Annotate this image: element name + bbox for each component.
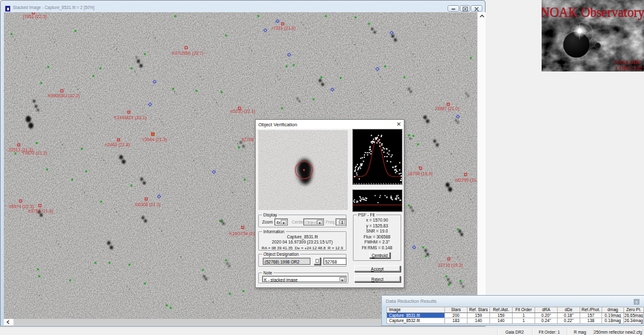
- svg-text:NOAK Observatory: NOAK Observatory: [542, 5, 644, 20]
- svg-text:CODE: L02: CODE: L02: [616, 66, 642, 72]
- svg-text:e3784 (21.6): e3784 (21.6): [28, 209, 53, 214]
- svg-text:33716 (19.3): 33716 (19.3): [438, 263, 463, 268]
- svg-text:18798 (19.9): 18798 (19.9): [408, 171, 433, 177]
- svg-text:J3987 (21.0): J3987 (21.0): [435, 106, 459, 111]
- svg-text:n2462 (22.8): n2462 (22.8): [105, 142, 130, 148]
- svg-text:K14SM2X (23.1): K14SM2X (23.1): [114, 115, 146, 120]
- svg-text:M2299 (21.0): M2299 (21.0): [455, 178, 477, 183]
- svg-text:Y3644 (21.3): Y3644 (21.3): [142, 137, 167, 142]
- svg-text:K09DE8U (22.2): K09DE8U (22.2): [48, 93, 80, 99]
- svg-text:r7331 (21.5): r7331 (21.5): [272, 26, 296, 31]
- svg-text:K07U95S (23.7): K07U95S (23.7): [172, 51, 204, 56]
- svg-text:j7851 (22.3): j7851 (22.3): [23, 14, 46, 19]
- svg-text:NASA-MPC: NASA-MPC: [614, 60, 642, 66]
- svg-text:Y9873 (21.3): Y9873 (21.3): [22, 151, 47, 156]
- svg-text:E6308 (21.2): E6308 (21.2): [135, 202, 160, 207]
- svg-text:e5210 (22.1): e5210 (22.1): [231, 109, 256, 114]
